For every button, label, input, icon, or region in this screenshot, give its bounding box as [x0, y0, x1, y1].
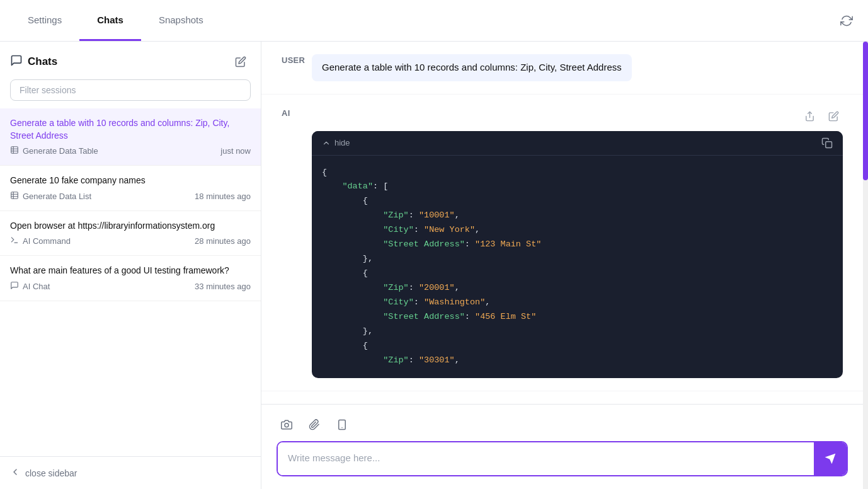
- hide-label: hide: [334, 138, 350, 147]
- session-meta-3: AI Command: [10, 236, 71, 246]
- session-meta-2: Generate Data List: [10, 191, 91, 202]
- table-icon-1: [10, 146, 19, 156]
- svg-rect-4: [11, 192, 18, 199]
- table-icon-2: [10, 191, 19, 202]
- new-chat-button[interactable]: [231, 52, 251, 72]
- session-meta-label-4: AI Chat: [23, 282, 50, 291]
- user-message-content: Generate a table with 10 records and col…: [312, 54, 843, 81]
- ai-message-content: hide {: [312, 107, 843, 378]
- session-meta-1: Generate Data Table: [10, 146, 98, 156]
- hide-button[interactable]: hide: [322, 138, 350, 147]
- close-sidebar-label: close sidebar: [25, 468, 77, 478]
- input-toolbar: [277, 415, 848, 435]
- send-button[interactable]: [814, 442, 847, 475]
- session-meta-label-1: Generate Data Table: [23, 146, 98, 156]
- edit-response-button[interactable]: [824, 107, 843, 126]
- scrollbar-track: [863, 42, 868, 489]
- main-area: Chats Generate a table with 10 records a…: [0, 42, 868, 489]
- top-nav: Settings Chats Snapshots: [0, 0, 868, 42]
- tab-snapshots[interactable]: Snapshots: [141, 0, 221, 41]
- share-button[interactable]: [800, 107, 819, 126]
- chats-icon: [10, 54, 23, 70]
- attach-button[interactable]: [304, 415, 324, 435]
- session-title-2: Generate 10 fake company names: [10, 175, 251, 187]
- user-role-label: USER: [282, 54, 304, 65]
- nav-tabs: Settings Chats Snapshots: [10, 0, 221, 41]
- sidebar: Chats Generate a table with 10 records a…: [0, 42, 261, 489]
- chat-icon-4: [10, 281, 19, 292]
- sidebar-title-group: Chats: [10, 54, 57, 70]
- edit-icon: [828, 111, 839, 122]
- copy-icon: [821, 137, 833, 149]
- session-item-3[interactable]: Open browser at https://libraryinformati…: [0, 211, 261, 256]
- sidebar-header: Chats: [0, 42, 261, 79]
- session-meta-row-1: Generate Data Table just now: [10, 146, 251, 156]
- attach-icon: [309, 419, 320, 430]
- session-title-1: Generate a table with 10 records and col…: [10, 117, 251, 142]
- session-item-1[interactable]: Generate a table with 10 records and col…: [0, 108, 261, 166]
- session-meta-row-3: AI Command 28 minutes ago: [10, 236, 251, 246]
- user-message-row: USER Generate a table with 10 records an…: [261, 42, 863, 95]
- session-meta-label-3: AI Command: [23, 236, 71, 246]
- session-title-4: What are main features of a good UI test…: [10, 265, 251, 277]
- close-sidebar-button[interactable]: close sidebar: [0, 456, 261, 489]
- code-content: { "data": [ { "Zip": "10001", "City": "N…: [312, 156, 843, 378]
- chat-messages: USER Generate a table with 10 records an…: [261, 42, 863, 404]
- session-item-4[interactable]: What are main features of a good UI test…: [0, 256, 261, 301]
- edit-icon: [235, 56, 246, 67]
- refresh-icon: [840, 14, 853, 27]
- chat-area: USER Generate a table with 10 records an…: [261, 42, 868, 489]
- screenshot-button[interactable]: [277, 415, 297, 435]
- session-meta-row-4: AI Chat 33 minutes ago: [10, 281, 251, 292]
- session-list: Generate a table with 10 records and col…: [0, 108, 261, 456]
- ai-message-actions: [312, 107, 843, 126]
- tab-settings[interactable]: Settings: [10, 0, 79, 41]
- code-block-header: hide: [312, 131, 843, 156]
- session-meta-row-2: Generate Data List 18 minutes ago: [10, 191, 251, 202]
- tab-chats[interactable]: Chats: [79, 0, 141, 41]
- session-meta-label-2: Generate Data List: [23, 192, 91, 201]
- mobile-icon: [336, 419, 348, 430]
- svg-point-11: [285, 423, 288, 427]
- send-icon: [824, 452, 837, 465]
- svg-rect-10: [826, 141, 832, 147]
- copy-button[interactable]: [821, 137, 833, 149]
- message-input-row: [277, 441, 848, 476]
- user-message-text: Generate a table with 10 records and col…: [312, 54, 632, 81]
- code-block: hide {: [312, 131, 843, 378]
- session-time-1: just now: [220, 146, 251, 156]
- input-area: [261, 404, 863, 489]
- chat-area-wrapper: USER Generate a table with 10 records an…: [261, 42, 868, 489]
- message-input[interactable]: [278, 442, 814, 475]
- session-time-2: 18 minutes ago: [195, 192, 251, 201]
- filter-input[interactable]: [10, 79, 251, 101]
- refresh-button[interactable]: [835, 9, 858, 32]
- chevron-up-icon: [322, 139, 331, 147]
- session-item-2[interactable]: Generate 10 fake company names Generate …: [0, 166, 261, 211]
- session-meta-4: AI Chat: [10, 281, 50, 292]
- scrollbar-thumb: [863, 42, 868, 180]
- svg-rect-0: [11, 147, 18, 154]
- session-time-3: 28 minutes ago: [195, 236, 251, 246]
- screenshot-icon: [281, 419, 292, 430]
- sidebar-title: Chats: [28, 55, 57, 68]
- ai-message-row: AI: [261, 95, 863, 391]
- chevron-left-icon: [10, 467, 20, 479]
- session-time-4: 33 minutes ago: [195, 282, 251, 291]
- share-icon: [804, 111, 815, 122]
- session-title-3: Open browser at https://libraryinformati…: [10, 220, 251, 233]
- filter-input-wrap: [0, 79, 261, 108]
- command-icon-3: [10, 236, 19, 246]
- mobile-button[interactable]: [332, 415, 352, 435]
- ai-role-label: AI: [282, 107, 304, 118]
